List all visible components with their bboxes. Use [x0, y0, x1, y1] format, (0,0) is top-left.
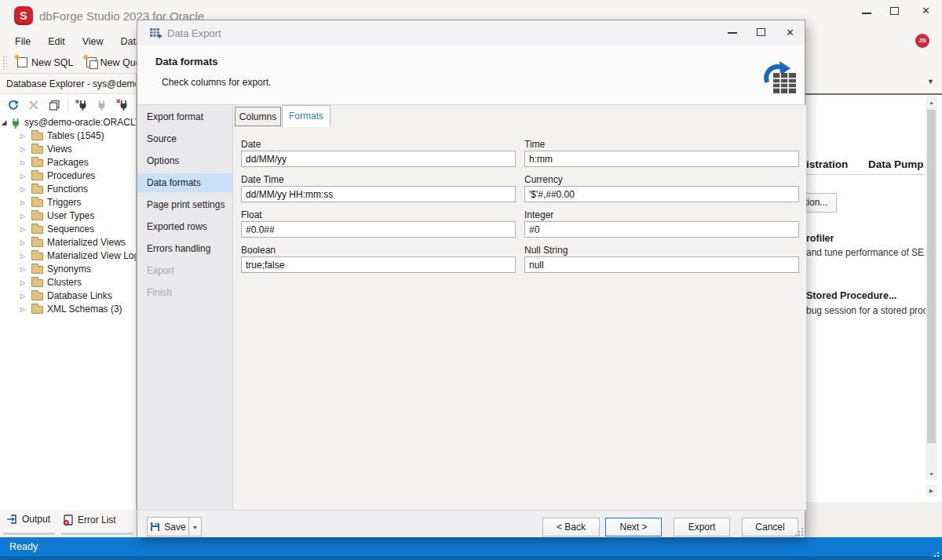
modify-connection-button[interactable] — [93, 96, 111, 114]
nav-page-print-settings[interactable]: Page print settings — [137, 195, 232, 214]
tree-item-tables[interactable]: ▷Tables (1545) — [0, 129, 137, 143]
scroll-right-icon[interactable]: ▶ — [926, 485, 937, 496]
collapsed-arrow-icon[interactable]: ▷ — [19, 183, 27, 196]
tab-output[interactable]: Output — [6, 514, 50, 525]
nav-options[interactable]: Options — [137, 151, 232, 170]
start-tab-data-pump[interactable]: Data Pump — [868, 158, 924, 170]
tree-item-views[interactable]: ▷Views — [0, 143, 137, 156]
tree-item-materialized-view-logs[interactable]: ▷Materialized View Logs — [0, 249, 137, 263]
nav-data-formats[interactable]: Data formats — [137, 173, 232, 192]
scroll-up-icon[interactable]: ▲ — [926, 96, 937, 108]
tree-item-label: Clusters — [47, 276, 82, 289]
dialog-maximize-icon[interactable] — [757, 28, 765, 36]
next-button[interactable]: Next > — [605, 518, 662, 536]
tree-item-materialized-views[interactable]: ▷Materialized Views — [0, 236, 137, 249]
save-dropdown-button[interactable]: ▼ — [188, 517, 202, 536]
tree-root-row[interactable]: ◢ sys@demo-oracle:ORACLT — [0, 116, 137, 129]
tab-columns[interactable]: Columns — [235, 107, 281, 126]
collapsed-arrow-icon[interactable]: ▷ — [19, 303, 27, 316]
status-text: Ready — [9, 541, 38, 552]
tree-item-synonyms[interactable]: ▷Synonyms — [0, 263, 137, 276]
tree-item-functions[interactable]: ▷Functions — [0, 183, 137, 196]
nav-exported-rows[interactable]: Exported rows — [137, 217, 232, 236]
chevron-down-icon[interactable]: ▼ — [927, 78, 934, 85]
start-tab-administration[interactable]: istration — [806, 158, 848, 170]
menu-edit[interactable]: Edit — [41, 33, 72, 50]
explorer-panel-header[interactable]: Database Explorer - sys@demo-or — [0, 74, 136, 94]
scrollbar-thumb[interactable] — [927, 110, 936, 443]
delete-connection-button[interactable] — [25, 96, 42, 114]
refresh-button[interactable] — [5, 96, 22, 114]
plug-remove-icon — [116, 99, 130, 111]
collapsed-arrow-icon[interactable]: ▷ — [19, 223, 27, 236]
plug-add-icon — [75, 99, 89, 111]
nav-source[interactable]: Source — [137, 129, 232, 148]
input-integer[interactable] — [524, 221, 799, 238]
input-boolean[interactable] — [241, 256, 516, 273]
tree-item-sequences[interactable]: ▷Sequences — [0, 223, 137, 236]
tab-formats[interactable]: Formats — [282, 105, 330, 127]
label-boolean: Boolean — [241, 245, 276, 256]
new-connection-button[interactable] — [73, 96, 90, 114]
collapsed-arrow-icon[interactable]: ▷ — [19, 196, 27, 209]
start-link-profiler[interactable]: rofiler — [806, 233, 834, 244]
input-float[interactable] — [241, 221, 516, 238]
save-button[interactable]: Save — [147, 517, 189, 536]
nav-export-format[interactable]: Export format — [137, 107, 232, 126]
input-time[interactable] — [524, 151, 799, 167]
new-sql-button[interactable]: New SQL — [11, 55, 80, 71]
toolbar-grip[interactable] — [2, 56, 7, 70]
export-button[interactable]: Export — [674, 518, 730, 536]
folder-icon — [31, 293, 43, 300]
partial-button[interactable]: tion... — [805, 193, 837, 213]
data-export-dialog: Data Export ✕ Data formats Check columns… — [137, 20, 805, 536]
dialog-minimize-icon[interactable] — [728, 32, 737, 34]
collapsed-arrow-icon[interactable]: ▷ — [19, 249, 27, 263]
collapsed-arrow-icon[interactable]: ▷ — [19, 289, 27, 303]
scroll-down-icon[interactable]: ▼ — [926, 468, 937, 480]
windows-button[interactable] — [46, 96, 63, 114]
collapsed-arrow-icon[interactable]: ▷ — [19, 129, 27, 143]
label-currency: Currency — [524, 174, 563, 185]
input-date-time[interactable] — [241, 186, 516, 202]
notification-badge[interactable]: JS — [915, 34, 929, 48]
menu-view[interactable]: View — [75, 33, 111, 50]
tree-item-xml-schemas[interactable]: ▷XML Schemas (3) — [0, 303, 137, 316]
cancel-button[interactable]: Cancel — [742, 518, 798, 536]
tree-item-procedures[interactable]: ▷Procedures — [0, 169, 137, 183]
back-button[interactable]: < Back — [542, 518, 600, 536]
tree-item-clusters[interactable]: ▷Clusters — [0, 276, 137, 289]
collapsed-arrow-icon[interactable]: ▷ — [19, 236, 27, 249]
input-null-string[interactable] — [524, 256, 799, 273]
remove-connection-button[interactable] — [114, 96, 131, 114]
collapsed-arrow-icon[interactable]: ▷ — [19, 209, 27, 223]
nav-errors-handling[interactable]: Errors handling — [137, 239, 232, 258]
input-date[interactable] — [241, 151, 516, 167]
tree-item-database-links[interactable]: ▷Database Links — [0, 289, 137, 303]
minimize-icon[interactable] — [862, 13, 871, 14]
collapsed-arrow-icon[interactable]: ▷ — [19, 263, 27, 276]
tree-item-triggers[interactable]: ▷Triggers — [0, 196, 137, 209]
close-icon[interactable]: ✕ — [922, 5, 930, 16]
menu-file[interactable]: File — [8, 33, 38, 50]
dialog-title-bar[interactable]: Data Export ✕ — [137, 20, 805, 45]
collapsed-arrow-icon[interactable]: ▷ — [19, 143, 27, 156]
dialog-close-icon[interactable]: ✕ — [786, 27, 794, 38]
tree-item-label: Materialized View Logs — [47, 249, 137, 263]
vertical-scrollbar[interactable]: ▲ ▼ — [926, 96, 937, 480]
collapsed-arrow-icon[interactable]: ▷ — [19, 276, 27, 289]
collapsed-arrow-icon[interactable]: ▷ — [19, 156, 27, 169]
tab-output-label: Output — [22, 514, 50, 525]
start-link-stored-procedure[interactable]: Stored Procedure... — [806, 290, 896, 301]
tab-error-list[interactable]: Error List — [63, 514, 116, 525]
expanded-arrow-icon[interactable]: ◢ — [0, 116, 8, 129]
collapsed-arrow-icon[interactable]: ▷ — [19, 169, 27, 183]
tree-item-user-types[interactable]: ▷User Types — [0, 209, 137, 223]
folder-icon — [31, 279, 43, 287]
bottom-tab-bar: Output Error List — [0, 510, 137, 537]
maximize-icon[interactable] — [890, 7, 899, 15]
tree-item-label: Sequences — [47, 223, 94, 236]
input-currency[interactable] — [524, 186, 799, 202]
tree-item-packages[interactable]: ▷Packages — [0, 156, 137, 169]
tab-underline — [3, 533, 55, 535]
